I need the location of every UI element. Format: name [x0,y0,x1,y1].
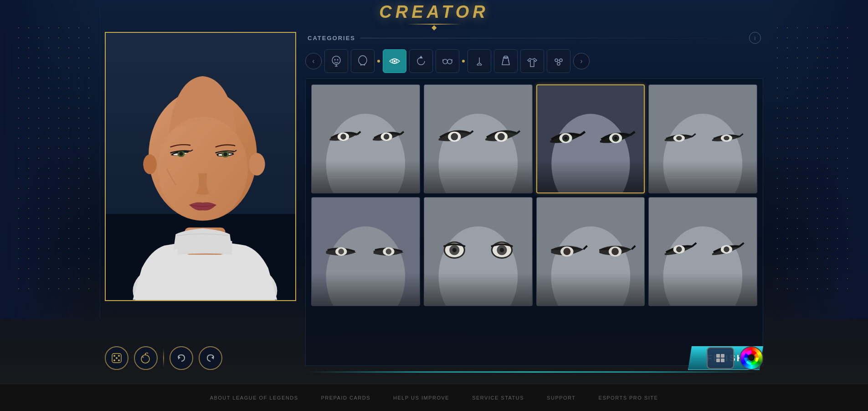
svg-point-11 [224,152,227,156]
title-diamond [431,25,437,30]
svg-point-94 [118,355,120,357]
svg-rect-105 [716,359,720,362]
svg-point-57 [614,137,617,140]
info-button[interactable]: i [749,32,761,44]
category-next-button[interactable]: › [573,53,590,69]
svg-point-69 [386,249,392,255]
svg-point-61 [676,136,682,140]
svg-point-95 [116,357,118,359]
svg-point-34 [557,62,560,65]
page-title: CREATOR [379,0,488,22]
svg-point-13 [334,59,336,61]
category-head-button[interactable] [351,49,375,73]
category-extra-button[interactable] [547,49,570,73]
eye-option-2[interactable] [424,84,533,193]
random-button[interactable] [105,346,128,370]
footer-prepaid[interactable]: PREPAID CARDS [321,395,370,401]
svg-point-67 [338,249,344,255]
card-overlay [649,161,757,193]
svg-point-25 [447,59,452,64]
svg-point-9 [179,152,183,156]
category-refresh-button[interactable] [409,49,433,73]
svg-point-79 [499,248,503,252]
eye-option-4[interactable] [648,84,757,193]
category-glasses-button[interactable] [436,49,459,73]
svg-point-22 [394,60,396,62]
title-area: CREATOR [379,0,488,30]
svg-point-63 [724,136,729,140]
svg-point-83 [563,248,570,255]
svg-point-47 [451,133,458,140]
svg-marker-102 [211,356,214,359]
dots-pattern-right [772,23,854,297]
svg-marker-101 [178,356,180,359]
title-decoration [406,24,461,25]
eye-option-5[interactable] [311,197,420,306]
categories-bar: CATEGORIES i [305,32,763,44]
category-dot-2 [462,60,465,62]
character-illustration [106,33,295,300]
svg-point-54 [564,137,567,140]
svg-point-96 [113,359,115,361]
svg-point-97 [118,359,120,361]
eye-option-3[interactable] [536,84,645,193]
card-overlay [424,161,532,193]
svg-rect-103 [716,354,720,358]
right-panel: CATEGORIES i ‹ [305,32,763,375]
svg-point-12 [332,56,340,64]
svg-point-49 [498,133,505,140]
footer-improve[interactable]: HELP US IMPROVE [393,395,449,401]
redo-button[interactable] [199,346,222,370]
footer-support[interactable]: SUPPORT [547,395,575,401]
card-overlay [312,161,420,193]
card-overlay [424,273,532,305]
footer-service[interactable]: SERVICE STATUS [472,395,524,401]
panel-accent-line [305,371,763,373]
category-face-button[interactable] [324,49,348,73]
main-content: CATEGORIES i ‹ [105,18,763,375]
category-body-button[interactable] [494,49,518,73]
svg-point-85 [611,248,619,255]
categories-label: CATEGORIES [308,35,355,42]
card-overlay [649,273,757,305]
footer-about[interactable]: ABOUT LEAGUE OF LEGENDS [210,395,298,401]
category-icons-row: ‹ [305,49,763,73]
svg-rect-104 [721,354,724,358]
svg-point-6 [143,154,157,174]
view-grid-button[interactable] [707,347,734,369]
toolbar-divider [163,349,164,367]
category-dot [377,60,380,62]
card-overlay [537,273,645,305]
svg-point-41 [340,134,346,140]
svg-point-100 [142,356,144,358]
categories-line [360,38,745,38]
color-picker-button[interactable] [740,346,763,370]
svg-point-75 [452,248,456,252]
eye-option-7[interactable] [536,197,645,306]
category-nose-button[interactable] [467,49,491,73]
svg-point-107 [748,354,755,361]
svg-point-89 [676,246,682,252]
undo-button[interactable] [169,346,193,370]
eye-option-6[interactable] [424,197,533,306]
svg-point-24 [443,59,447,64]
svg-point-5 [249,153,265,176]
category-eye-button[interactable] [383,49,406,73]
eye-option-1[interactable] [311,84,420,193]
bomb-button[interactable] [134,346,158,370]
category-prev-button[interactable]: ‹ [305,53,322,69]
svg-point-91 [724,246,729,252]
card-overlay [312,273,420,305]
svg-point-108 [749,355,754,360]
eye-option-8[interactable] [648,197,757,306]
card-overlay [537,160,644,192]
category-shirt-button[interactable] [520,49,544,73]
svg-rect-106 [721,359,724,362]
svg-point-17 [359,56,367,65]
footer-esports[interactable]: ESPORTS PRO SITE [599,395,658,401]
bottom-toolbar [105,346,763,370]
footer: ABOUT LEAGUE OF LEGENDS PREPAID CARDS HE… [0,384,868,411]
dots-pattern-left [14,23,96,297]
svg-point-14 [337,59,339,61]
svg-point-93 [113,355,115,357]
